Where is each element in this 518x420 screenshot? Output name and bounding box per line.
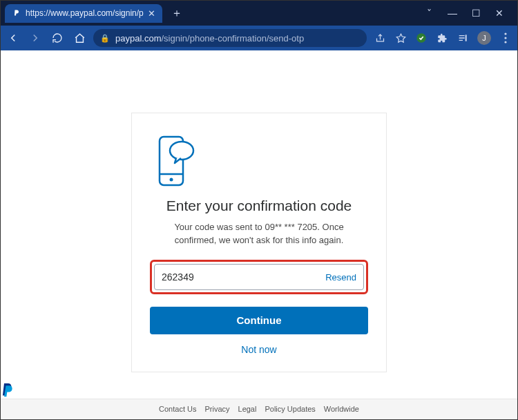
back-button[interactable] xyxy=(6,31,20,45)
tab-title: https://www.paypal.com/signin/p xyxy=(26,8,144,18)
svg-point-1 xyxy=(504,32,506,35)
paypal-logo-icon xyxy=(1,382,517,399)
footer-link-legal[interactable]: Legal xyxy=(238,405,257,413)
not-now-link[interactable]: Not now xyxy=(150,344,368,355)
svg-point-7 xyxy=(170,142,193,160)
lock-icon: 🔒 xyxy=(100,34,110,43)
footer-link-privacy[interactable]: Privacy xyxy=(204,405,229,413)
extensions-icon[interactable] xyxy=(436,32,448,44)
url-text: paypal.com/signin/phone-confirmation/sen… xyxy=(115,33,360,44)
phone-message-icon xyxy=(150,134,368,188)
continue-button[interactable]: Continue xyxy=(150,307,368,334)
browser-tab[interactable]: https://www.paypal.com/signin/p ✕ xyxy=(5,4,162,23)
verified-badge-icon[interactable] xyxy=(415,32,428,44)
footer-link-policy[interactable]: Policy Updates xyxy=(265,405,315,413)
minimize-button[interactable]: — xyxy=(445,8,459,19)
svg-point-2 xyxy=(504,37,506,39)
svg-point-6 xyxy=(170,178,173,182)
close-tab-icon[interactable]: ✕ xyxy=(148,8,155,19)
profile-avatar[interactable]: J xyxy=(477,31,491,45)
bookmark-star-icon[interactable] xyxy=(394,32,407,44)
paypal-favicon-icon xyxy=(12,8,21,18)
chevron-down-icon[interactable]: ˅ xyxy=(422,8,436,19)
reload-button[interactable] xyxy=(50,31,64,45)
home-button[interactable] xyxy=(73,31,86,45)
maximize-button[interactable]: ☐ xyxy=(469,8,483,19)
footer-link-worldwide[interactable]: Worldwide xyxy=(324,405,359,413)
resend-link[interactable]: Resend xyxy=(321,271,356,282)
page-footer: Contact Us Privacy Legal Policy Updates … xyxy=(1,399,517,419)
kebab-menu-icon[interactable] xyxy=(499,32,512,44)
forward-button[interactable] xyxy=(28,31,42,45)
footer-link-contact[interactable]: Contact Us xyxy=(159,405,196,413)
code-input-highlight: Resend xyxy=(150,260,368,294)
media-control-icon[interactable] xyxy=(457,32,469,44)
new-tab-button[interactable]: ＋ xyxy=(168,4,186,22)
close-window-button[interactable]: ✕ xyxy=(492,8,506,19)
svg-point-3 xyxy=(504,41,506,43)
share-icon[interactable] xyxy=(374,32,386,44)
address-bar[interactable]: 🔒 paypal.com/signin/phone-confirmation/s… xyxy=(93,29,367,47)
page-subtitle: Your code was sent to 09** *** 7205. Onc… xyxy=(150,221,368,247)
page-heading: Enter your confirmation code xyxy=(150,198,368,214)
confirmation-card: Enter your confirmation code Your code w… xyxy=(131,113,387,372)
